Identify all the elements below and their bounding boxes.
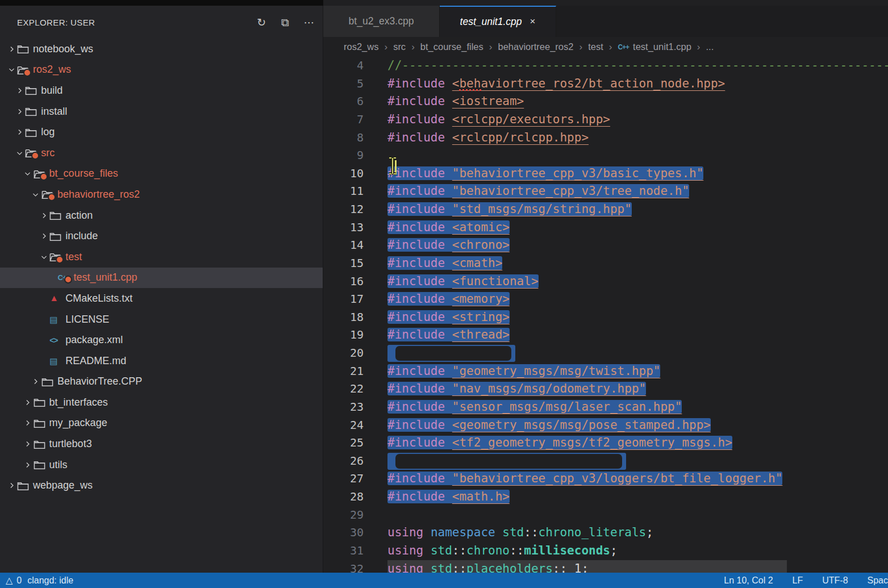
tree-item-test[interactable]: test [0, 247, 323, 268]
code-line-10[interactable]: 10#include "behaviortree_cpp_v3/basic_ty… [323, 165, 888, 183]
chevron-right-icon[interactable] [14, 87, 25, 94]
chevron-down-icon[interactable] [30, 191, 41, 198]
breadcrumb-item-file[interactable]: C++test_unit1.cpp [618, 41, 691, 52]
code-line-17[interactable]: 17#include <memory> [323, 290, 888, 308]
ibeam-cursor-icon [388, 157, 397, 177]
tree-item-log[interactable]: log [0, 122, 323, 143]
tree-item-label: LICENSE [65, 314, 109, 326]
breadcrumb-overflow[interactable]: ... [706, 41, 714, 52]
tree-item-package-xml[interactable]: <>package.xml [0, 330, 323, 351]
code-line-31[interactable]: 31using std::chrono::milliseconds; [323, 542, 888, 560]
tree-item-license[interactable]: ▤LICENSE [0, 309, 323, 330]
chevron-right-icon[interactable] [14, 128, 25, 136]
code-line-25[interactable]: 25#include <tf2_geometry_msgs/tf2_geomet… [323, 434, 888, 452]
tree-item-build[interactable]: build [0, 80, 323, 101]
line-content: using std::chrono::milliseconds; [387, 542, 618, 560]
chevron-down-icon[interactable] [6, 66, 17, 73]
line-content [387, 452, 626, 470]
breadcrumb-item-test[interactable]: test [588, 41, 603, 52]
code-line-12[interactable]: 12#include "std_msgs/msg/string.hpp" [323, 201, 888, 219]
code-line-14[interactable]: 14#include <chrono> [323, 236, 888, 255]
code-line-7[interactable]: 7#include <rclcpp/executors.hpp> [323, 111, 888, 129]
chevron-down-icon[interactable] [22, 170, 34, 177]
tree-item-bt-course-files[interactable]: bt_course_files [0, 164, 323, 185]
breadcrumb-file-label: test_unit1.cpp [633, 41, 691, 52]
chevron-down-icon[interactable] [38, 253, 49, 261]
tree-item-behaviortree-cpp[interactable]: BehaviorTree.CPP [0, 372, 323, 393]
tree-item-notebook-ws[interactable]: notebook_ws [0, 39, 323, 60]
tree-item-label: notebook_ws [33, 43, 93, 55]
code-line-15[interactable]: 15#include <cmath> [323, 255, 888, 273]
tree-item-src[interactable]: src [0, 143, 323, 164]
code-line-29[interactable]: 29 [323, 506, 888, 524]
chevron-right-icon[interactable] [22, 461, 34, 469]
code-line-16[interactable]: 16#include <functional> [323, 273, 888, 291]
refresh-icon[interactable]: ↻ [257, 17, 266, 28]
code-line-13[interactable]: 13#include <atomic> [323, 219, 888, 237]
tree-item-my-package[interactable]: my_package [0, 413, 323, 434]
file-tree: notebook_wsros2_wsbuildinstalllogsrcbt_c… [0, 39, 323, 496]
problems-indicator[interactable]: △ 0 [6, 575, 22, 586]
code-line-6[interactable]: 6#include <iostream> [323, 93, 888, 111]
code-line-20[interactable]: 20 [323, 344, 888, 362]
tree-item-webpage-ws[interactable]: webpage_ws [0, 475, 323, 496]
collapse-folders-icon[interactable]: ⧉ [281, 17, 289, 28]
chevron-right-icon[interactable] [22, 440, 34, 448]
tab-test-unit1-cpp[interactable]: test_unit1.cpp× [440, 6, 556, 37]
xml-file-icon: <> [49, 336, 65, 345]
code-line-19[interactable]: 19#include <thread> [323, 326, 888, 344]
indentation-indicator[interactable]: Spac [868, 576, 888, 586]
tab-bt-u2-ex3-cpp[interactable]: bt_u2_ex3.cpp [323, 6, 440, 37]
breadcrumb-item-behaviortree_ros2[interactable]: behaviortree_ros2 [498, 41, 573, 52]
code-line-32[interactable]: 32using std::placeholders::_1; [323, 560, 888, 573]
code-line-21[interactable]: 21#include "geometry_msgs/msg/twist.hpp" [323, 362, 888, 381]
code-line-22[interactable]: 22#include "nav_msgs/msg/odometry.hpp" [323, 380, 888, 398]
tree-item-ros2-ws[interactable]: ros2_ws [0, 60, 323, 81]
chevron-down-icon[interactable] [14, 149, 25, 157]
breadcrumb-item-ros2_ws[interactable]: ros2_ws [344, 41, 378, 52]
tree-item-utils[interactable]: utils [0, 454, 323, 476]
tree-item-readme-md[interactable]: ▤README.md [0, 351, 323, 372]
tree-item-install[interactable]: install [0, 101, 323, 122]
code-line-18[interactable]: 18#include <string> [323, 308, 888, 327]
code-line-11[interactable]: 11#include "behaviortree_cpp_v3/tree_nod… [323, 182, 888, 201]
tree-item-cmakelists-txt[interactable]: ▲CMakeLists.txt [0, 288, 323, 309]
code-line-28[interactable]: 28#include <math.h> [323, 488, 888, 506]
code-line-24[interactable]: 24#include <geometry_msgs/msg/pose_stamp… [323, 416, 888, 435]
chevron-right-icon[interactable] [6, 482, 17, 489]
code-line-23[interactable]: 23#include "sensor_msgs/msg/laser_scan.h… [323, 398, 888, 416]
tree-item-action[interactable]: action [0, 205, 323, 226]
code-line-26[interactable]: 26 [323, 452, 888, 470]
code-line-5[interactable]: 5#include <behaviortree_ros2/bt_action_n… [323, 75, 888, 93]
tree-item-bt-interfaces[interactable]: bt_interfaces [0, 392, 323, 413]
tree-item-label: CMakeLists.txt [65, 293, 132, 305]
tree-item-test-unit1-cpp[interactable]: C++test_unit1.cpp [0, 268, 323, 289]
chevron-right-icon[interactable] [38, 212, 49, 219]
chevron-right-icon[interactable] [38, 232, 49, 240]
cursor-position[interactable]: Ln 10, Col 2 [724, 576, 773, 586]
chevron-right-icon[interactable] [22, 399, 34, 406]
chevron-right-icon[interactable] [22, 419, 34, 427]
tree-item-label: bt_course_files [49, 168, 118, 180]
code-line-8[interactable]: 8#include <rclcpp/rclcpp.hpp> [323, 129, 888, 147]
clangd-status[interactable]: clangd: idle [27, 576, 73, 586]
code-line-4[interactable]: 4//-------------------------------------… [323, 57, 888, 75]
tab-bar: bt_u2_ex3.cpptest_unit1.cpp× [323, 6, 888, 37]
chevron-right-icon[interactable] [30, 378, 41, 385]
code-line-27[interactable]: 27#include "behaviortree_cpp_v3/loggers/… [323, 470, 888, 488]
code-line-9[interactable]: 9 [323, 147, 888, 165]
chevron-right-icon[interactable] [14, 108, 25, 115]
breadcrumb-item-src[interactable]: src [393, 41, 406, 52]
code-line-30[interactable]: 30using namespace std::chrono_literals; [323, 524, 888, 542]
more-actions-icon[interactable]: ⋯ [304, 17, 315, 28]
breadcrumb-separator: › [609, 41, 612, 53]
encoding-indicator[interactable]: UTF-8 [822, 576, 848, 586]
breadcrumb-item-bt_course_files[interactable]: bt_course_files [420, 41, 483, 52]
close-icon[interactable]: × [530, 16, 536, 27]
eol-indicator[interactable]: LF [793, 576, 803, 586]
tree-item-include[interactable]: include [0, 226, 323, 247]
chevron-right-icon[interactable] [6, 45, 17, 53]
code-editor[interactable]: 4//-------------------------------------… [323, 57, 888, 573]
tree-item-behaviortree-ros2[interactable]: behaviortree_ros2 [0, 184, 323, 205]
tree-item-turtlebot3[interactable]: turtlebot3 [0, 433, 323, 454]
